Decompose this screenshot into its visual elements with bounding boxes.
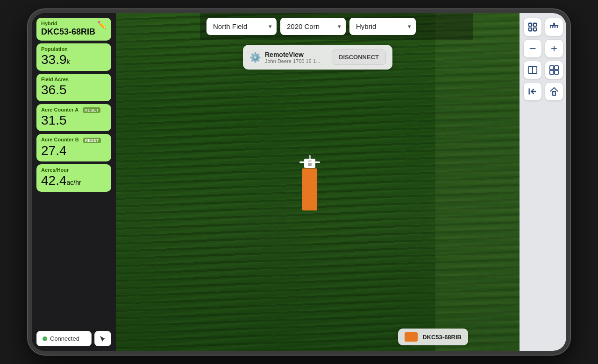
volume-up-button[interactable] <box>28 106 30 125</box>
back-icon <box>527 86 538 97</box>
field-dropdown-wrapper: North Field South Field East Field <box>206 18 277 35</box>
home-icon <box>549 86 559 97</box>
svg-rect-3 <box>534 28 536 31</box>
grid-view-icon <box>549 65 559 75</box>
field-acres-value: 36.5 <box>41 83 107 98</box>
home-button[interactable] <box>545 82 563 101</box>
split-view-icon <box>527 65 538 75</box>
zoom-out-button[interactable]: − <box>523 39 542 58</box>
acre-counter-a-label: Acre Counter A RESET <box>41 107 107 112</box>
disconnect-button[interactable]: DISCONNECT <box>332 49 386 65</box>
connected-indicator <box>43 336 47 341</box>
legend-color-swatch <box>405 332 418 342</box>
remote-view-info: ⚙️ RemoteView John Deere 1700 16 1... <box>249 51 327 64</box>
acre-counter-b-label: Acre Counter B RESET <box>41 137 107 142</box>
left-panel: Hybrid DKC53-68RIB ✏️ Population 33.9k F… <box>32 13 116 351</box>
remote-view-title: RemoteView <box>265 51 320 58</box>
top-bar: North Field South Field East Field 2020 … <box>200 13 473 40</box>
field-select[interactable]: North Field South Field East Field <box>206 18 277 35</box>
svg-rect-19 <box>553 91 555 95</box>
hybrid-label: Hybrid <box>41 21 95 26</box>
cursor-icon <box>99 335 107 343</box>
fit-view-icon <box>527 22 538 32</box>
svg-rect-16 <box>555 70 558 74</box>
remote-view-subtitle: John Deere 1700 16 1... <box>265 58 320 64</box>
population-card: Population 33.9k <box>36 43 111 71</box>
map-legend: DKC53-68RIB <box>398 329 468 345</box>
remote-view-text: RemoteView John Deere 1700 16 1... <box>265 51 320 64</box>
hybrid-value: DKC53-68RIB <box>41 27 95 37</box>
svg-rect-1 <box>534 23 536 26</box>
svg-rect-14 <box>555 66 558 70</box>
reset-a-button[interactable]: RESET <box>83 107 100 113</box>
ctrl-row-4 <box>523 82 562 101</box>
vehicle-antenna <box>309 155 311 159</box>
tablet-screen: Hybrid DKC53-68RIB ✏️ Population 33.9k F… <box>32 13 566 351</box>
field-acres-card: Field Acres 36.5 <box>36 74 111 101</box>
tablet-frame: Hybrid DKC53-68RIB ✏️ Population 33.9k F… <box>28 9 570 355</box>
cursor-button[interactable] <box>94 331 111 346</box>
acre-counter-b-card: Acre Counter B RESET 27.4 <box>36 134 111 161</box>
ctrl-row-1 <box>523 18 562 36</box>
acres-hour-value: 42.4ac/hr <box>41 174 107 188</box>
main-layout: Hybrid DKC53-68RIB ✏️ Population 33.9k F… <box>32 13 566 351</box>
crop-dropdown-wrapper: 2020 Corn 2021 Corn Soybeans <box>280 18 346 35</box>
svg-rect-2 <box>529 28 532 31</box>
connected-label: Connected <box>50 335 79 342</box>
right-controls: − + <box>520 13 566 351</box>
coverage-trail <box>302 168 317 210</box>
vehicle-marker <box>302 155 317 210</box>
back-button[interactable] <box>523 82 542 101</box>
planter-arms <box>299 161 320 163</box>
field-acres-label: Field Acres <box>41 77 107 82</box>
svg-rect-0 <box>529 23 532 26</box>
hybrid-select[interactable]: Hybrid DKC53-68RIB DKC62-08RIB <box>349 18 416 35</box>
zoom-in-button[interactable]: + <box>545 39 563 58</box>
reset-b-button[interactable]: RESET <box>83 138 101 143</box>
population-value: 33.9k <box>41 53 107 67</box>
svg-rect-13 <box>550 66 554 70</box>
split-view-button[interactable] <box>523 61 542 79</box>
fit-view-button[interactable] <box>523 18 542 36</box>
acre-counter-a-card: Acre Counter A RESET 31.5 <box>36 104 111 132</box>
map-area[interactable]: North Field South Field East Field 2020 … <box>116 13 520 351</box>
svg-rect-15 <box>550 70 554 74</box>
vehicle-body <box>304 159 315 168</box>
map-right-strip <box>435 13 520 351</box>
hybrid-dropdown-wrapper: Hybrid DKC53-68RIB DKC62-08RIB <box>349 18 416 35</box>
status-bar: Connected <box>36 331 111 346</box>
legend-label: DKC53-68RIB <box>422 334 462 341</box>
acres-hour-label: Acres/Hour <box>41 167 107 173</box>
planter-icon <box>549 22 559 32</box>
hybrid-card: Hybrid DKC53-68RIB ✏️ <box>36 18 111 41</box>
crop-select[interactable]: 2020 Corn 2021 Corn Soybeans <box>280 18 346 35</box>
ctrl-row-3 <box>523 61 562 79</box>
acres-hour-card: Acres/Hour 42.4ac/hr <box>36 164 111 192</box>
volume-down-button[interactable] <box>28 130 30 148</box>
remote-view-popup: ⚙️ RemoteView John Deere 1700 16 1... DI… <box>243 45 392 70</box>
gear-icon: ⚙️ <box>249 52 261 63</box>
acre-counter-a-value: 31.5 <box>41 113 107 128</box>
population-label: Population <box>41 46 107 52</box>
power-button[interactable] <box>568 97 570 125</box>
planter-button[interactable] <box>545 18 563 36</box>
grid-view-button[interactable] <box>545 61 563 79</box>
acre-counter-b-value: 27.4 <box>41 144 107 158</box>
ctrl-row-2: − + <box>523 39 562 58</box>
edit-icon[interactable]: ✏️ <box>97 21 107 29</box>
connected-button[interactable]: Connected <box>36 331 92 346</box>
